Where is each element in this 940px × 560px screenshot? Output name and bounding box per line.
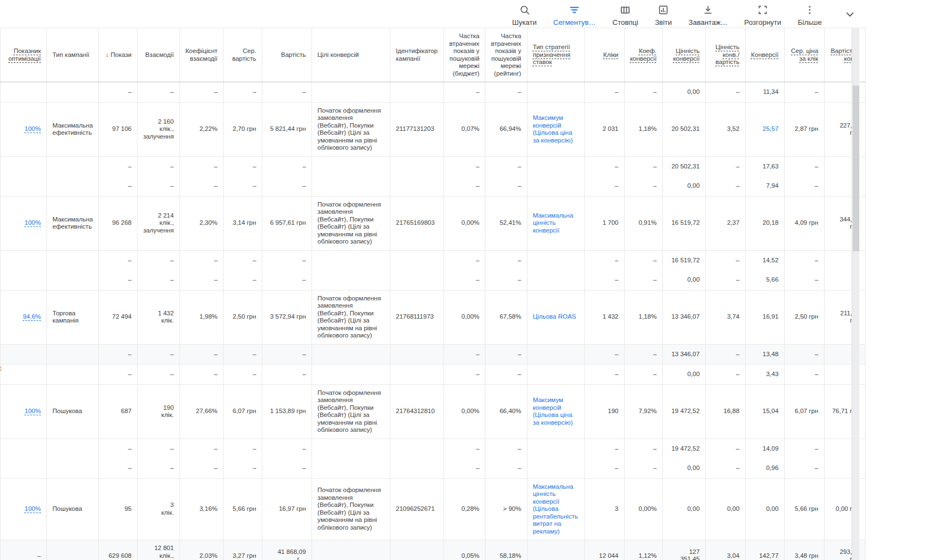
column-header-conv_value_per_cost[interactable]: Цінність конв./ вартість (705, 28, 745, 82)
cell-conversion_goals (311, 439, 390, 458)
header-row: Показник оптимізаціїТип кампанії↓ Покази… (1, 28, 865, 82)
column-header-lost_is_budget[interactable]: Частка втрачених показів у пошуковій мер… (443, 28, 485, 82)
table-row-total: –629 60812 801 клік., залучення2,03%3,27… (1, 540, 865, 560)
cell-clicks: 2 031 (584, 102, 624, 156)
cell-campaign_type (47, 156, 99, 176)
cell-interactions: 1 432 клік. (138, 290, 179, 344)
cell-conv_value: 16 519,72 (662, 196, 705, 250)
columns-button[interactable]: Стовпці (612, 4, 638, 27)
cell-impressions: – (99, 364, 138, 385)
cell-campaign_type (47, 250, 99, 270)
column-header-label: Тип стратегії призначення ставок (533, 44, 571, 65)
cell-bid_strategy_type: Максимальна цінність конверсії (Цільова … (527, 478, 584, 540)
table-toolbar: Шукати Сегментув… Стовпці Звіти Завантаж… (0, 0, 940, 28)
cell-bid_strategy_type (527, 82, 584, 103)
cell-conv_rate: – (624, 250, 662, 270)
reports-button[interactable]: Звіти (655, 4, 672, 27)
search-icon (519, 4, 530, 15)
cell-opt_score: 100% (1, 102, 47, 156)
column-header-label: Показник оптимізації (8, 47, 41, 62)
column-header-interaction_rate[interactable]: Коефіцієнт взаємодії (179, 28, 223, 82)
cell-lost_is_budget: – (443, 82, 485, 103)
column-header-avg_cost[interactable]: Сер. вартість (223, 28, 262, 82)
cell-campaign_type (47, 82, 99, 103)
cell-interactions: – (138, 176, 179, 196)
cell-cost: – (262, 250, 311, 270)
cell-impressions: 96 268 (99, 196, 138, 250)
cell-interaction_rate: 1,98% (179, 290, 223, 344)
cell-impressions: – (99, 344, 138, 364)
scrollbar-thumb[interactable] (853, 86, 859, 251)
cell-lost_is_budget: – (443, 344, 485, 364)
column-header-avg_cpc[interactable]: Сер. ціна за клік (784, 28, 824, 82)
vertical-scrollbar[interactable] (852, 28, 859, 560)
expand-icon (757, 4, 768, 15)
collapse-toolbar-button[interactable] (843, 4, 857, 24)
bid_strategy_type-link[interactable]: Максимум конверсій (Цільова ціна за конв… (533, 397, 573, 426)
opt_score-link[interactable]: 100% (25, 505, 41, 512)
cell-avg_cpc: 2,50 грн (784, 290, 824, 344)
cell-campaign_id: 21177131203 (390, 102, 443, 156)
cell-cost: 5 821,44 грн (262, 102, 311, 156)
column-header-bid_strategy_type[interactable]: Тип стратегії призначення ставок (527, 28, 584, 82)
opt_score-link[interactable]: 100% (25, 219, 41, 226)
bid_strategy_type-link[interactable]: Максимум конверсій (Цільова ціна за конв… (533, 114, 573, 144)
column-header-conversions[interactable]: Конверсії (745, 28, 784, 82)
cell-clicks: 1 432 (584, 290, 624, 344)
cell-opt_score: – (1, 540, 47, 560)
expand-button[interactable]: Розгорнути (744, 4, 781, 27)
cell-conv_rate: – (624, 364, 662, 385)
cell-conversions: 5,66 (745, 270, 784, 290)
more-button[interactable]: Більше (798, 4, 822, 27)
cell-conv_value: 16 519,72 (662, 250, 705, 270)
cell-avg_cost: 6,07 грн (223, 384, 262, 439)
column-header-impressions[interactable]: ↓ Покази (99, 28, 138, 82)
cell-conv_value: 19 472,52 (662, 439, 705, 458)
cell-cost: 41 868,09 г… (262, 540, 311, 560)
cell-avg_cost: 3,27 грн (223, 540, 262, 560)
cell-lost_is_rank: – (485, 364, 527, 385)
cell-conv_value_per_cost: – (705, 176, 745, 196)
opt_score-link[interactable]: 94,6% (23, 313, 41, 320)
cell-impressions: – (99, 270, 138, 290)
column-header-clicks[interactable]: Кліки (584, 28, 624, 82)
cell-lost_is_rank: – (485, 82, 527, 103)
column-header-campaign_type[interactable]: Тип кампанії (47, 28, 99, 82)
opt_score-link[interactable]: 100% (25, 125, 41, 132)
cell-avg_cost: – (223, 458, 262, 478)
column-header-lost_is_rank[interactable]: Частка втрачених показів у пошуковій мер… (485, 28, 527, 82)
segment-button[interactable]: Сегментув… (553, 4, 596, 27)
cell-interactions: – (138, 344, 179, 364)
column-header-campaign_id[interactable]: Ідентифікатор кампанії (390, 28, 443, 82)
cell-conversion_goals (311, 270, 390, 290)
column-header-opt_score[interactable]: Показник оптимізації (1, 28, 47, 82)
cell-campaign_id (390, 458, 443, 478)
column-header-cost[interactable]: Вартість (262, 28, 311, 82)
cell-interaction_rate: – (179, 250, 223, 270)
bid_strategy_type-link[interactable]: Цільова ROAS (533, 313, 576, 320)
cell-conversions: 11,34 (745, 82, 784, 103)
cell-avg_cpc: – (784, 439, 824, 458)
bid_strategy_type-link[interactable]: Максимальна цінність конверсії (533, 212, 573, 234)
cell-cost: 1 153,89 грн (262, 384, 311, 439)
conversions-link[interactable]: 25,57 (763, 125, 779, 132)
cell-campaign_id (390, 364, 443, 385)
cell-lost_is_rank: – (485, 176, 527, 196)
column-header-conv_value[interactable]: Цінність конверсії (662, 28, 705, 82)
cell-lost_is_budget: 0,00% (443, 384, 485, 439)
cell-conversions: 7,94 (745, 176, 784, 196)
column-header-interactions[interactable]: Взаємодії (138, 28, 179, 82)
cell-lost_is_budget: 0,05% (443, 540, 485, 560)
bid_strategy_type-link[interactable]: Максимальна цінність конверсії (Цільова … (533, 483, 578, 535)
column-header-conversion_goals[interactable]: Цілі конверсій (311, 28, 390, 82)
cell-interactions: 2 160 клік., залучення (138, 102, 179, 156)
cell-campaign_type: Максимальна ефективність (47, 196, 99, 250)
cell-opt_score (1, 250, 47, 270)
download-button[interactable]: Завантаж… (689, 4, 728, 27)
cell-bid_strategy_type: Цільова ROAS (527, 290, 584, 344)
search-button[interactable]: Шукати (512, 4, 537, 27)
column-header-conv_rate[interactable]: Коеф. конверсії (624, 28, 662, 82)
cell-interaction_rate: 27,66% (179, 384, 223, 439)
cell-bid_strategy_type (527, 439, 584, 458)
opt_score-link[interactable]: 100% (25, 408, 41, 414)
